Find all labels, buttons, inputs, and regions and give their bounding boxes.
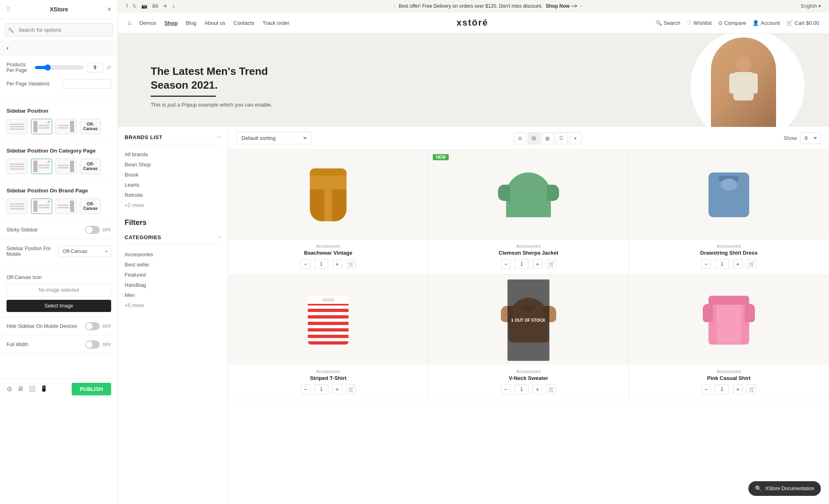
cart-action[interactable]: 🛒 Cart $0.00 bbox=[786, 20, 819, 26]
qty-increase-3[interactable]: + bbox=[733, 259, 743, 269]
add-to-cart-6[interactable]: 🛒 bbox=[747, 384, 757, 394]
categories-toggle[interactable]: − bbox=[217, 233, 221, 241]
add-to-cart-3[interactable]: 🛒 bbox=[747, 259, 757, 269]
sidebar-opt-none[interactable] bbox=[7, 119, 28, 134]
twitter-icon[interactable]: 𝕏 bbox=[132, 3, 136, 9]
qty-decrease-5[interactable]: − bbox=[501, 384, 511, 394]
brand-bean-shop[interactable]: Bean Shop bbox=[125, 159, 221, 170]
nav-track-order[interactable]: Track order bbox=[263, 20, 289, 26]
settings-icon[interactable]: ⚙ bbox=[7, 385, 12, 393]
account-action[interactable]: 👤 Account bbox=[752, 20, 780, 26]
add-to-cart-1[interactable]: 🛒 bbox=[346, 259, 356, 269]
view-2col-btn[interactable]: ▦ bbox=[542, 132, 554, 144]
behance-icon[interactable]: Bē bbox=[152, 3, 158, 9]
banner-prev-arrow[interactable]: ‹ bbox=[394, 3, 395, 9]
sidebar-cat-offcanvas[interactable]: Off-Canvas bbox=[80, 159, 101, 174]
wishlist-action[interactable]: ♡ Wishlist bbox=[687, 20, 712, 26]
products-per-page-input[interactable] bbox=[87, 63, 103, 72]
cat-handbag[interactable]: Handbag bbox=[125, 280, 221, 290]
publish-button[interactable]: PUBLISH bbox=[72, 383, 111, 395]
view-3col-btn[interactable]: ⊟ bbox=[528, 132, 540, 144]
add-to-cart-4[interactable]: 🛒 bbox=[346, 384, 356, 394]
sidebar-opt-offcanvas[interactable]: Off-Canvas bbox=[80, 119, 101, 134]
sidebar-brand-offcanvas[interactable]: Off-Canvas bbox=[80, 199, 101, 214]
sidebar-cat-left[interactable] bbox=[31, 159, 52, 174]
facebook-icon[interactable]: f bbox=[126, 3, 127, 9]
categories-more[interactable]: +5 more bbox=[125, 300, 221, 310]
qty-increase-2[interactable]: + bbox=[533, 259, 542, 269]
select-image-button[interactable]: Select Image bbox=[7, 300, 111, 312]
sidebar-mobile-select[interactable]: Off-Canvas Left Right bbox=[58, 246, 111, 257]
nav-contacts[interactable]: Contacts bbox=[234, 20, 254, 26]
nav-shop[interactable]: Shop bbox=[164, 20, 178, 26]
tiktok-icon[interactable]: ♪ bbox=[172, 3, 175, 9]
sort-select[interactable]: Default sorting Sort by popularity Sort … bbox=[236, 132, 311, 144]
sidebar-brand-right[interactable] bbox=[55, 199, 77, 214]
qty-input-6[interactable] bbox=[715, 384, 729, 394]
qty-increase-4[interactable]: + bbox=[332, 384, 342, 394]
hide-sidebar-mobile-toggle[interactable]: OFF bbox=[85, 322, 111, 330]
mobile-icon[interactable]: 📱 bbox=[40, 385, 47, 393]
telegram-icon[interactable]: ✈ bbox=[163, 3, 167, 9]
instagram-icon[interactable]: 📷 bbox=[141, 3, 147, 9]
cat-featured[interactable]: Featured bbox=[125, 270, 221, 280]
nav-demos[interactable]: Demos bbox=[139, 20, 156, 26]
qty-decrease-6[interactable]: − bbox=[701, 384, 711, 394]
tablet-icon[interactable]: ⬜ bbox=[29, 385, 35, 393]
nav-about-us[interactable]: About us bbox=[204, 20, 225, 26]
nav-blog[interactable]: Blog bbox=[186, 20, 196, 26]
products-per-page-slider[interactable] bbox=[35, 64, 83, 71]
qty-decrease-2[interactable]: − bbox=[501, 259, 511, 269]
brand-learts[interactable]: Learts bbox=[125, 180, 221, 190]
view-list2-btn[interactable]: ▾ bbox=[569, 132, 581, 144]
add-to-cart-5[interactable]: 🛒 bbox=[546, 384, 556, 394]
full-width-toggle[interactable]: OFF bbox=[85, 340, 111, 349]
search-action[interactable]: 🔍 Search bbox=[656, 20, 680, 26]
view-list-btn[interactable]: ☰ bbox=[555, 132, 568, 144]
product-image-1 bbox=[228, 150, 428, 240]
panel-collapse-arrow[interactable]: ‹ bbox=[118, 244, 118, 260]
qty-increase-1[interactable]: + bbox=[332, 259, 342, 269]
cat-best-seller[interactable]: Best seller bbox=[125, 260, 221, 270]
cat-accessories[interactable]: Accessories bbox=[125, 249, 221, 260]
sidebar-brand-none[interactable] bbox=[7, 199, 28, 214]
language-selector[interactable]: English ▾ bbox=[801, 3, 821, 9]
search-input[interactable] bbox=[5, 23, 113, 37]
sidebar-cat-right[interactable] bbox=[55, 159, 77, 174]
add-to-cart-2[interactable]: 🛒 bbox=[546, 259, 556, 269]
brands-toggle[interactable]: − bbox=[217, 133, 221, 141]
sidebar-opt-left[interactable] bbox=[31, 119, 52, 134]
home-icon[interactable]: ⌂ bbox=[128, 20, 131, 26]
sidebar-brand-left[interactable] bbox=[31, 199, 52, 214]
shop-now-link[interactable]: Shop Now --> bbox=[546, 3, 577, 9]
qty-input-5[interactable] bbox=[515, 384, 529, 394]
brand-all[interactable]: All brands bbox=[125, 149, 221, 159]
site-logo[interactable]: xstöré bbox=[456, 17, 488, 28]
compare-action[interactable]: ⊙ Compare bbox=[718, 20, 746, 26]
back-button[interactable]: ‹ bbox=[0, 41, 118, 55]
xstore-doc-button[interactable]: 🔍 XStore Documentation bbox=[748, 481, 821, 496]
qty-input-2[interactable] bbox=[515, 259, 529, 269]
slider-reset-icon[interactable]: ↺ bbox=[106, 64, 111, 71]
view-4col-btn[interactable]: ⊞ bbox=[514, 132, 526, 144]
sidebar-cat-none[interactable] bbox=[7, 159, 28, 174]
desktop-icon[interactable]: 🖥 bbox=[17, 385, 24, 393]
brands-more[interactable]: +2 more bbox=[125, 200, 221, 210]
qty-decrease-3[interactable]: − bbox=[701, 259, 711, 269]
cat-men[interactable]: Men bbox=[125, 290, 221, 300]
qty-input-1[interactable] bbox=[314, 259, 328, 269]
per-page-variations-input[interactable]: 9,12,24,36,-1 bbox=[62, 79, 111, 89]
sidebar-opt-right[interactable] bbox=[55, 119, 77, 134]
sticky-sidebar-toggle[interactable]: OFF bbox=[85, 226, 111, 234]
qty-decrease-1[interactable]: − bbox=[300, 259, 310, 269]
panel-close-button[interactable]: × bbox=[107, 6, 111, 13]
show-number-select[interactable]: 9 12 24 36 bbox=[800, 132, 821, 144]
qty-increase-6[interactable]: + bbox=[733, 384, 743, 394]
brand-brook[interactable]: Brook bbox=[125, 170, 221, 180]
banner-next-arrow[interactable]: › bbox=[580, 3, 582, 9]
qty-input-4[interactable] bbox=[314, 384, 328, 394]
qty-increase-5[interactable]: + bbox=[533, 384, 542, 394]
brand-retrolie[interactable]: Retrolie bbox=[125, 190, 221, 200]
qty-input-3[interactable] bbox=[715, 259, 729, 269]
qty-decrease-4[interactable]: − bbox=[300, 384, 310, 394]
